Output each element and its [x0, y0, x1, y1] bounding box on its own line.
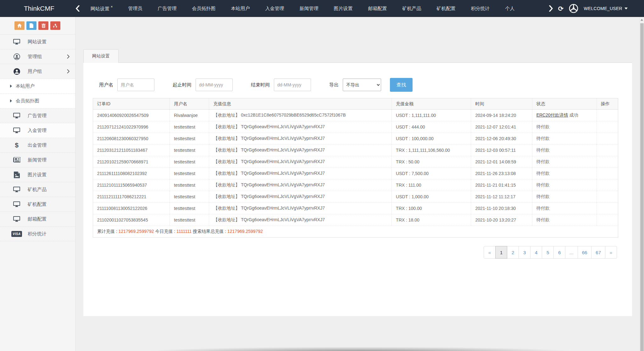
nav-item-miner-products[interactable]: 矿机产品 — [402, 6, 421, 12]
visa-icon: VISA — [13, 231, 21, 237]
home-button[interactable] — [14, 21, 25, 30]
nav-item-miner-config[interactable]: 矿机配置 — [436, 6, 455, 12]
vertical-scrollbar[interactable] — [639, 17, 644, 351]
user-menu[interactable]: WELCOME_USER — [584, 6, 628, 11]
nav-item-personal[interactable]: 个人 — [505, 6, 514, 12]
cell-actions — [597, 168, 618, 179]
cell-deposit-info: 【收款地址】 TQrGg6oeavEHrmLJcVLiVgVA7yprrvRXJ… — [209, 156, 392, 168]
monitor-icon — [13, 216, 21, 222]
sidebar-item-news[interactable]: 新闻管理 — [0, 153, 75, 167]
sidebar-item-label: 矿机配置 — [28, 201, 69, 207]
sidebar-subitem-site-users[interactable]: 本站用户 — [0, 79, 75, 94]
nav-item-mailbox[interactable]: 邮箱配置 — [368, 6, 387, 12]
sidebar-subitem-member-topology[interactable]: 会员拓扑图 — [0, 94, 75, 108]
start-date-input[interactable] — [196, 79, 233, 91]
refresh-icon[interactable]: ⟳ — [558, 5, 564, 12]
cell-deposit-info: 【收款地址】 TQrGg6oeavEHrmLJcVLiVgVA7yprrvRXJ… — [209, 214, 392, 226]
page-1-button[interactable]: 1 — [495, 246, 507, 259]
sidebar-item-points-stats[interactable]: VISA 积分统计 — [0, 227, 75, 241]
cell-deposit-info: 【收款地址】 TQrGg6oeavEHrmLJcVLiVgVA7yprrvRXJ… — [209, 179, 392, 191]
page-5-button[interactable]: 5 — [542, 246, 554, 259]
scrollbar-thumb[interactable] — [640, 23, 644, 351]
nav-item-deposits[interactable]: 入金管理 — [265, 6, 284, 12]
col-deposit-info: 充值信息 — [209, 98, 392, 110]
nav-item-member-topology[interactable]: 会员拓扑图 — [192, 6, 215, 12]
nav-item-website-settings[interactable]: 网站设置× — [91, 5, 113, 12]
recycle-button[interactable] — [50, 21, 60, 30]
page-4-button[interactable]: 4 — [530, 246, 542, 259]
cell-actions — [597, 203, 618, 214]
chevron-left-icon — [75, 5, 80, 12]
sidebar: 网站设置 管理组 用户组 本站用户 会员拓扑图 广告管 — [0, 17, 75, 351]
sidebar-item-mailbox[interactable]: 邮箱配置 — [0, 212, 75, 227]
cell-status: ERC20付款详情 成功 — [532, 110, 597, 121]
file-button[interactable] — [26, 21, 36, 30]
table-row: 211207121241022970996 testtesttest 【收款地址… — [93, 121, 618, 133]
sidebar-item-withdrawals[interactable]: $ 出金管理 — [0, 138, 75, 153]
nav-item-images[interactable]: 图片设置 — [334, 6, 353, 12]
nav-item-ads[interactable]: 广告管理 — [158, 6, 176, 12]
search-button[interactable]: 查找 — [390, 78, 413, 92]
sidebar-collapse-button[interactable] — [75, 5, 86, 12]
cell-amount: USDT : 444.00 — [392, 121, 471, 133]
sidebar-item-label: 邮箱配置 — [28, 216, 69, 222]
sidebar-item-label: 用户组 — [28, 69, 67, 74]
page-66-button[interactable]: 66 — [578, 246, 592, 259]
nav-item-points-stats[interactable]: 积分统计 — [471, 6, 490, 12]
cell-order-id: 211126111108082102392 — [93, 168, 170, 179]
monitor-icon — [13, 39, 21, 45]
sidebar-item-deposits[interactable]: 入金管理 — [0, 123, 75, 138]
sidebar-item-ads[interactable]: 广告管理 — [0, 108, 75, 123]
page-prev-button[interactable]: « — [484, 246, 496, 259]
username-label: 用户名 — [99, 82, 113, 88]
cell-amount: TRX : 1,111,111,106,560.00 — [392, 145, 471, 156]
page-3-button[interactable]: 3 — [519, 246, 530, 259]
tab-website-settings[interactable]: 网站设置 — [83, 49, 119, 63]
monitor-icon — [13, 187, 21, 193]
sidebar-item-label: 网站设置 — [28, 39, 69, 45]
caret-right-icon — [10, 99, 12, 102]
chevron-right-icon[interactable] — [549, 5, 553, 12]
user-solid-icon — [13, 68, 21, 75]
erc20-detail-link[interactable]: ERC20付款详情 — [536, 112, 568, 118]
trash-button[interactable] — [38, 21, 48, 30]
sidebar-item-admin-group[interactable]: 管理组 — [0, 49, 75, 64]
cell-order-id: 211020011027053835545 — [93, 214, 170, 226]
cell-status: 待付款 — [532, 133, 597, 145]
table-header-row: 订单ID 用户名 充值信息 充值金额 时间 状态 操作 — [93, 98, 618, 110]
cell-username: testtesttest — [170, 191, 209, 203]
search-total-value: 1217969.2599792 — [227, 229, 263, 234]
nav-item-news[interactable]: 新闻管理 — [299, 6, 318, 12]
nav-item-site-users[interactable]: 本站用户 — [231, 6, 250, 12]
sidebar-item-image-settings[interactable]: 图片设置 — [0, 167, 75, 182]
caret-down-icon — [625, 8, 628, 9]
filter-form: 用户名 起止时间 结束时间 导出 不导出 查找 — [99, 78, 632, 92]
avatar-wheel-icon[interactable] — [569, 3, 579, 14]
search-total-label: 搜索结果总充值 : — [192, 229, 227, 234]
table-row: 211206081230060327950 testtesttest 【收款地址… — [93, 133, 618, 145]
page-next-button[interactable]: » — [605, 246, 617, 259]
sidebar-item-miner-config[interactable]: 矿机配置 — [0, 197, 75, 212]
close-icon[interactable]: × — [111, 5, 113, 8]
end-date-input[interactable] — [274, 79, 311, 91]
sidebar-item-user-group[interactable]: 用户组 — [0, 64, 75, 79]
scroll-up-button[interactable] — [640, 17, 644, 23]
sidebar-item-label: 入金管理 — [28, 128, 69, 134]
sidebar-item-miner-products[interactable]: 矿机产品 — [0, 182, 75, 197]
cell-order-id: 211206081230060327950 — [93, 133, 170, 145]
image-icon — [13, 172, 21, 178]
monitor-icon — [13, 201, 21, 207]
sidebar-item-website-settings[interactable]: 网站设置 — [0, 35, 75, 49]
nav-item-admins[interactable]: 管理员 — [128, 6, 142, 12]
table-row: 211110081130052122026 testtesttest 【收款地址… — [93, 203, 618, 214]
caret-right-icon — [10, 85, 12, 88]
table-row: 240914060920026547509 Rivalwanjoe 【收款地址】… — [93, 110, 618, 121]
username-input[interactable] — [117, 79, 154, 91]
page-6-button[interactable]: 6 — [553, 246, 565, 259]
monitor-icon — [13, 128, 21, 134]
cell-status: 待付款 — [532, 121, 597, 133]
cell-username: testtesttest — [170, 156, 209, 168]
page-2-button[interactable]: 2 — [507, 246, 519, 259]
export-select[interactable]: 不导出 — [343, 79, 381, 91]
page-67-button[interactable]: 67 — [591, 246, 605, 259]
